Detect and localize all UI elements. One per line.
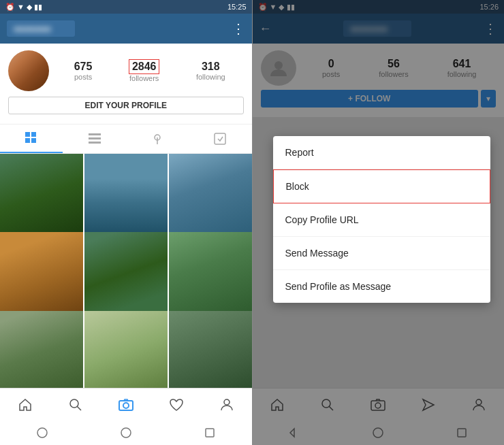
status-bar-left: ⏰ ▼ ◆ ▮▮ 15:25 (0, 0, 252, 14)
top-bar-left: ■■■■■■■ ⋮ (0, 14, 252, 44)
svg-point-13 (224, 399, 230, 405)
svg-rect-6 (89, 142, 101, 144)
tab-grid[interactable] (0, 125, 63, 153)
android-back-left[interactable] (32, 425, 52, 440)
top-bar-icons-left[interactable]: ⋮ (232, 20, 245, 37)
photo-7[interactable] (0, 311, 83, 388)
menu-item-copy-url[interactable]: Copy Profile URL (273, 203, 491, 237)
menu-item-block[interactable]: Block (273, 169, 491, 203)
stat-following-left[interactable]: 318 following (196, 61, 225, 81)
profile-top-left: 675 posts 2846 followers 318 following (8, 50, 244, 91)
photo-1[interactable] (0, 154, 83, 237)
photo-9[interactable] (169, 311, 252, 388)
photo-4[interactable] (0, 232, 83, 315)
photo-2[interactable] (84, 154, 168, 237)
nav-profile-left[interactable] (219, 397, 234, 412)
tabs-row-left (0, 124, 252, 154)
photo-5[interactable] (84, 232, 168, 315)
menu-item-send-message[interactable]: Send Message (273, 237, 491, 270)
posts-count-left: 675 (74, 61, 93, 73)
stats-row-left: 675 posts 2846 followers 318 following (56, 59, 244, 82)
svg-line-10 (77, 406, 81, 410)
right-phone: ⏰ ▼ ◆ ▮▮ 15:26 ← ■■■■■■■ ⋮ 0 posts 56 (253, 0, 505, 445)
followers-label-left: followers (129, 74, 159, 82)
profile-section-left: 675 posts 2846 followers 318 following E… (0, 44, 252, 124)
svg-rect-4 (89, 133, 101, 135)
menu-item-report[interactable]: Report (273, 136, 491, 169)
nav-camera-left[interactable] (119, 397, 133, 412)
nav-home-left[interactable] (18, 397, 33, 412)
tab-location[interactable] (126, 125, 189, 153)
tab-tagged[interactable] (189, 125, 251, 153)
photo-3[interactable] (169, 154, 252, 237)
profile-username-left: ■■■■■■■ (7, 20, 75, 37)
svg-rect-16 (206, 429, 214, 437)
svg-point-14 (37, 428, 47, 438)
status-icons-left: ⏰ ▼ ◆ ▮▮ (5, 3, 42, 12)
android-home-left[interactable] (116, 425, 136, 440)
nav-search-left[interactable] (68, 397, 83, 412)
followers-count-left: 2846 (129, 59, 160, 74)
svg-rect-5 (89, 137, 101, 139)
context-menu: Report Block Copy Profile URL Send Messa… (273, 136, 491, 303)
svg-rect-1 (31, 132, 36, 137)
svg-rect-0 (25, 132, 30, 137)
bottom-nav-left (0, 388, 252, 421)
posts-label-left: posts (74, 73, 92, 81)
time-left: 15:25 (227, 3, 247, 11)
svg-rect-8 (215, 133, 225, 144)
following-count-left: 318 (202, 61, 220, 73)
more-options-icon-left[interactable]: ⋮ (232, 20, 245, 37)
tab-list[interactable] (63, 125, 125, 153)
avatar-left (8, 50, 49, 91)
username-blur-left: ■■■■■■■ (14, 24, 51, 34)
svg-point-12 (123, 403, 129, 408)
android-nav-left (0, 421, 252, 445)
svg-point-15 (121, 428, 131, 438)
menu-item-send-profile[interactable]: Send Profile as Message (273, 270, 491, 303)
photo-6[interactable] (169, 232, 252, 315)
following-label-left: following (196, 73, 225, 81)
stat-followers-left[interactable]: 2846 followers (129, 59, 160, 82)
photo-8[interactable] (84, 311, 168, 388)
left-phone: ⏰ ▼ ◆ ▮▮ 15:25 ■■■■■■■ ⋮ 675 posts 284 (0, 0, 252, 445)
photo-grid (0, 154, 252, 388)
android-recent-left[interactable] (200, 425, 220, 440)
svg-rect-3 (31, 138, 36, 143)
stat-posts-left[interactable]: 675 posts (74, 61, 93, 81)
svg-rect-2 (25, 138, 30, 143)
edit-profile-button[interactable]: EDIT YOUR PROFILE (8, 97, 244, 114)
nav-heart-left[interactable] (169, 397, 184, 412)
